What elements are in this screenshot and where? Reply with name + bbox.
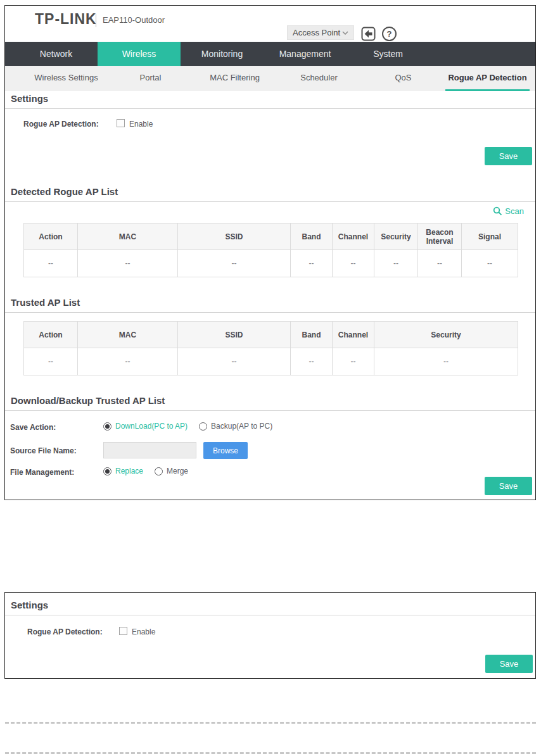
cell-signal: -- bbox=[462, 250, 518, 277]
cell-band: -- bbox=[291, 250, 333, 277]
download-option-label: DownLoad(PC to AP) bbox=[115, 422, 188, 431]
section-divider bbox=[5, 312, 535, 313]
rogue-ap-detection-label: Rogue AP Detection: bbox=[23, 120, 99, 129]
col-mac: MAC bbox=[78, 224, 178, 250]
col-channel: Channel bbox=[333, 322, 374, 348]
rogue-ap-detection-label: Rogue AP Detection: bbox=[27, 627, 103, 636]
tab-rogue-ap-detection[interactable]: Rogue AP Detection bbox=[445, 66, 530, 91]
nav-item-monitoring[interactable]: Monitoring bbox=[181, 42, 264, 66]
mode-dropdown[interactable]: Access Point bbox=[287, 25, 354, 40]
nav-item-system[interactable]: System bbox=[347, 42, 430, 66]
cell-ssid: -- bbox=[178, 348, 291, 375]
browse-button[interactable]: Browse bbox=[203, 442, 248, 459]
merge-option-label: Merge bbox=[167, 467, 188, 476]
settings-save-button[interactable]: Save bbox=[485, 655, 533, 673]
manual-page: TP-LINK EAP110-Outdoor Access Point ? Ne… bbox=[0, 0, 541, 756]
col-band: Band bbox=[291, 224, 333, 250]
tab-qos[interactable]: QoS bbox=[361, 66, 445, 91]
cell-mac: -- bbox=[78, 250, 178, 277]
trusted-ap-table: Action MAC SSID Band Channel Security --… bbox=[23, 321, 518, 375]
col-action: Action bbox=[24, 322, 78, 348]
mode-dropdown-value: Access Point bbox=[293, 28, 340, 37]
sub-nav: Wireless Settings Portal MAC Filtering S… bbox=[5, 66, 535, 91]
col-action: Action bbox=[24, 224, 78, 250]
detected-rogue-ap-list-title: Detected Rogue AP List bbox=[11, 186, 118, 197]
download-radio[interactable] bbox=[103, 422, 111, 431]
tab-portal[interactable]: Portal bbox=[108, 66, 193, 91]
main-nav: Network Wireless Monitoring Management S… bbox=[5, 42, 535, 66]
settings-title: Settings bbox=[11, 93, 48, 104]
col-ssid: SSID bbox=[178, 322, 291, 348]
col-channel: Channel bbox=[333, 224, 374, 250]
help-icon[interactable]: ? bbox=[382, 27, 397, 41]
device-model: EAP110-Outdoor bbox=[103, 15, 165, 25]
trusted-ap-list-title: Trusted AP List bbox=[11, 297, 80, 308]
cell-security: -- bbox=[374, 250, 418, 277]
dashed-separator bbox=[5, 722, 536, 724]
replace-radio[interactable] bbox=[103, 467, 111, 476]
cell-band: -- bbox=[291, 348, 333, 375]
source-file-name-label: Source File Name: bbox=[10, 446, 77, 455]
tplink-logo: TP-LINK bbox=[35, 11, 97, 28]
section-divider bbox=[5, 410, 535, 411]
detected-rogue-ap-table: Action MAC SSID Band Channel Security Be… bbox=[23, 223, 518, 277]
section-divider bbox=[5, 108, 535, 109]
help-glyph: ? bbox=[387, 29, 392, 39]
cell-ssid: -- bbox=[178, 250, 291, 277]
col-band: Band bbox=[291, 322, 333, 348]
cell-mac: -- bbox=[78, 348, 178, 375]
replace-option-label: Replace bbox=[115, 467, 143, 476]
section-divider bbox=[5, 201, 535, 202]
col-ssid: SSID bbox=[178, 224, 291, 250]
file-management-label: File Management: bbox=[10, 468, 74, 477]
enable-label: Enable bbox=[129, 120, 153, 129]
download-backup-title: Download/Backup Trusted AP List bbox=[11, 395, 165, 406]
backup-option-label: Backup(AP to PC) bbox=[211, 422, 272, 431]
source-file-input[interactable] bbox=[103, 442, 196, 458]
download-save-button[interactable]: Save bbox=[485, 477, 532, 495]
nav-item-management[interactable]: Management bbox=[264, 42, 347, 66]
scan-label: Scan bbox=[505, 206, 524, 216]
logout-icon[interactable] bbox=[361, 27, 376, 41]
merge-radio[interactable] bbox=[155, 467, 163, 476]
col-beacon-interval: Beacon Interval bbox=[418, 224, 462, 250]
settings-closeup-panel: Settings Rogue AP Detection: Enable Save bbox=[4, 592, 536, 679]
col-signal: Signal bbox=[462, 224, 518, 250]
scan-button[interactable]: Scan bbox=[493, 206, 524, 216]
table-row: -- -- -- -- -- -- bbox=[24, 348, 518, 375]
tab-wireless-settings[interactable]: Wireless Settings bbox=[24, 66, 108, 91]
cell-channel: -- bbox=[333, 250, 374, 277]
cell-security: -- bbox=[374, 348, 518, 375]
admin-page-panel: TP-LINK EAP110-Outdoor Access Point ? Ne… bbox=[4, 5, 536, 500]
tab-mac-filtering[interactable]: MAC Filtering bbox=[193, 66, 277, 91]
tab-scheduler[interactable]: Scheduler bbox=[277, 66, 361, 91]
section-divider bbox=[5, 615, 535, 615]
logo-divider bbox=[96, 14, 96, 27]
col-security: Security bbox=[374, 322, 518, 348]
enable-label: Enable bbox=[132, 627, 155, 636]
table-row: -- -- -- -- -- -- -- -- bbox=[24, 250, 518, 277]
file-management-options: Replace Merge bbox=[103, 467, 188, 476]
table-header-row: Action MAC SSID Band Channel Security Be… bbox=[24, 224, 518, 250]
col-mac: MAC bbox=[78, 322, 178, 348]
chevron-down-icon bbox=[342, 31, 348, 35]
save-action-options: DownLoad(PC to AP) Backup(AP to PC) bbox=[103, 422, 272, 431]
magnifier-icon bbox=[493, 206, 502, 216]
settings-save-button[interactable]: Save bbox=[485, 147, 532, 165]
cell-channel: -- bbox=[333, 348, 374, 375]
nav-item-network[interactable]: Network bbox=[15, 42, 98, 66]
rogue-ap-detection-checkbox[interactable] bbox=[119, 627, 127, 635]
cell-beacon-interval: -- bbox=[418, 250, 462, 277]
backup-radio[interactable] bbox=[199, 422, 207, 431]
nav-item-wireless[interactable]: Wireless bbox=[98, 42, 181, 66]
dashed-separator bbox=[5, 752, 536, 754]
table-header-row: Action MAC SSID Band Channel Security bbox=[24, 322, 518, 348]
col-security: Security bbox=[374, 224, 418, 250]
save-action-label: Save Action: bbox=[10, 423, 56, 432]
rogue-ap-detection-checkbox[interactable] bbox=[117, 119, 125, 127]
settings-title: Settings bbox=[11, 600, 48, 610]
cell-action: -- bbox=[24, 348, 78, 375]
cell-action: -- bbox=[24, 250, 78, 277]
